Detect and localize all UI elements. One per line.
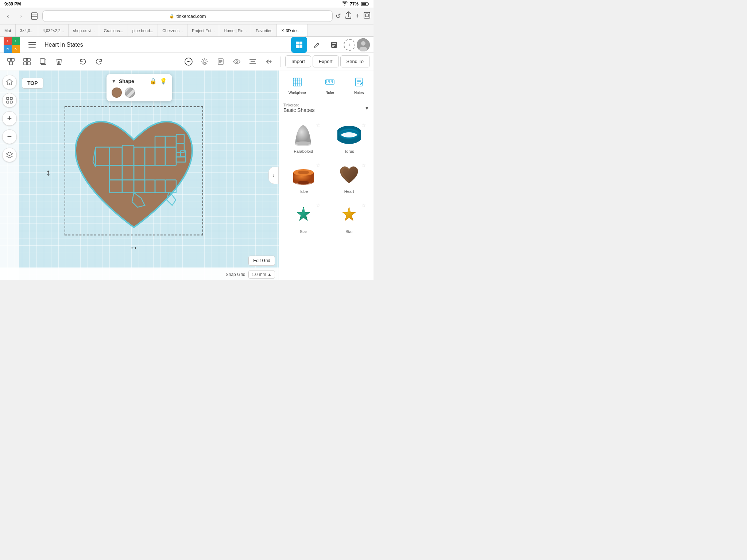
svg-point-31	[189, 61, 190, 62]
shape-panel-header: ▼ Shape 🔒 💡	[112, 78, 167, 85]
menu-button[interactable]	[24, 37, 40, 53]
fit-view-button[interactable]	[2, 93, 17, 108]
tinkercad-logo: T I N K	[4, 37, 20, 53]
duplicate-button[interactable]	[36, 55, 50, 69]
comment-button[interactable]	[181, 55, 196, 69]
zoom-out-button[interactable]: −	[2, 129, 17, 144]
forward-button[interactable]: ›	[16, 11, 26, 21]
svg-rect-15	[332, 46, 334, 47]
share-button[interactable]	[345, 11, 352, 21]
group-button[interactable]	[4, 55, 18, 69]
light-button[interactable]	[197, 55, 212, 69]
wifi-icon	[342, 1, 348, 7]
svg-rect-7	[28, 47, 36, 48]
build-mode-button[interactable]	[309, 37, 325, 53]
shapes-dropdown-arrow[interactable]: ▼	[365, 106, 369, 111]
tab-view-button[interactable]	[363, 12, 371, 21]
svg-rect-5	[28, 42, 36, 43]
tab-mai[interactable]: Mai	[0, 24, 16, 36]
shape-item-star1[interactable]: ☆ S	[282, 199, 325, 237]
tab-cherzer[interactable]: Cherzer's...	[158, 24, 187, 36]
heart-design-container[interactable]: ↕ ↔	[61, 103, 207, 242]
svg-point-88	[298, 171, 309, 174]
selection-box	[65, 106, 203, 235]
mirror-button[interactable]	[262, 55, 276, 69]
tab-favorites[interactable]: Favorites	[251, 24, 277, 36]
reload-button[interactable]: ↺	[336, 12, 341, 20]
back-button[interactable]: ‹	[3, 11, 13, 21]
torus-fav-star[interactable]: ☆	[361, 122, 366, 128]
delete-button[interactable]	[52, 55, 66, 69]
svg-rect-38	[10, 97, 12, 100]
layers-button[interactable]	[2, 148, 17, 162]
shape-colors	[112, 88, 167, 98]
new-tab-button[interactable]: +	[356, 12, 360, 20]
import-button[interactable]: Import	[285, 55, 311, 67]
horizontal-resize-arrow[interactable]: ↔	[129, 242, 138, 253]
tab-3d-design[interactable]: ✕ 3D desi...	[277, 24, 307, 36]
zoom-in-button[interactable]: +	[2, 111, 17, 126]
align-button[interactable]	[245, 55, 260, 69]
user-avatar[interactable]	[357, 38, 370, 51]
lock-icon: 🔒	[169, 14, 174, 19]
send-to-button[interactable]: Send To	[340, 55, 370, 67]
shape-item-star2[interactable]: ☆ S	[328, 199, 371, 237]
paraboloid-fav-star[interactable]: ☆	[316, 122, 321, 128]
shape-item-paraboloid[interactable]: ☆	[282, 119, 325, 156]
tab-shop[interactable]: shop-us.vi...	[69, 24, 99, 36]
tab-project[interactable]: Project Edi...	[187, 24, 219, 36]
note-button[interactable]	[213, 55, 228, 69]
tube-fav-star[interactable]: ☆	[316, 162, 321, 168]
toolbar: Import Export Send To	[0, 53, 374, 70]
shape-item-heart[interactable]: ☆ H	[328, 159, 371, 197]
canvas-area[interactable]: + − TOP ▼ Shape 🔒 💡	[0, 70, 279, 280]
address-bar[interactable]: 🔒 tinkercad.com	[42, 10, 333, 22]
torus-name: Torus	[344, 149, 354, 153]
view-button[interactable]	[229, 55, 244, 69]
svg-rect-76	[356, 78, 362, 86]
svg-point-32	[203, 60, 206, 63]
tab-gracious[interactable]: Gracious...	[99, 24, 128, 36]
shape-lock-button[interactable]: 🔒	[150, 78, 157, 85]
svg-point-81	[295, 141, 311, 145]
snap-value-selector[interactable]: 1.0 mm ▲	[248, 271, 275, 279]
ungroup-button[interactable]	[20, 55, 34, 69]
shapes-dropdown[interactable]: Tinkercad Basic Shapes ▼	[279, 100, 374, 116]
code-blocks-button[interactable]	[326, 37, 342, 53]
shape-light-button[interactable]: 💡	[160, 78, 167, 85]
hole-color-swatch[interactable]	[125, 88, 135, 98]
home-view-button[interactable]	[2, 75, 17, 89]
svg-point-33	[236, 61, 238, 62]
workplane-button[interactable]: Workplane	[285, 75, 310, 96]
solid-color-swatch[interactable]	[112, 88, 122, 98]
tab-home[interactable]: Home | Pic...	[219, 24, 251, 36]
star2-fav-star[interactable]: ☆	[361, 202, 366, 208]
svg-rect-4	[365, 14, 368, 17]
shape-item-tube[interactable]: ☆	[282, 159, 325, 197]
workplane-label: Workplane	[289, 91, 306, 95]
svg-rect-6	[28, 44, 36, 45]
star1-fav-star[interactable]: ☆	[316, 202, 321, 208]
edit-grid-button[interactable]: Edit Grid	[248, 256, 275, 266]
panel-tools: Workplane Ruler	[279, 70, 374, 100]
redo-button[interactable]	[92, 55, 106, 69]
top-view-button[interactable]: TOP	[22, 78, 43, 89]
ruler-button[interactable]: Ruler	[321, 75, 338, 96]
heart-fav-star[interactable]: ☆	[361, 162, 366, 168]
tab-4032[interactable]: 4,032×2,2...	[38, 24, 69, 36]
export-button[interactable]: Export	[313, 55, 339, 67]
tab-3x4[interactable]: 3×4,0...	[16, 24, 38, 36]
tab-pipe[interactable]: pipe bend...	[128, 24, 158, 36]
logo-cell-i: I	[12, 37, 20, 45]
shape-panel-toggle[interactable]: ▼	[112, 79, 116, 84]
add-user-button[interactable]: +	[344, 39, 355, 51]
bookmarks-button[interactable]	[29, 11, 39, 21]
canvas-panel-toggle[interactable]: ›	[268, 167, 279, 184]
undo-button[interactable]	[76, 55, 90, 69]
shape-item-torus[interactable]: ☆	[328, 119, 371, 156]
svg-rect-21	[9, 62, 12, 65]
vertical-resize-arrow[interactable]: ↕	[46, 167, 51, 178]
notes-button[interactable]: Notes	[350, 75, 368, 96]
svg-rect-37	[7, 97, 9, 100]
grid-view-button[interactable]	[291, 37, 307, 53]
